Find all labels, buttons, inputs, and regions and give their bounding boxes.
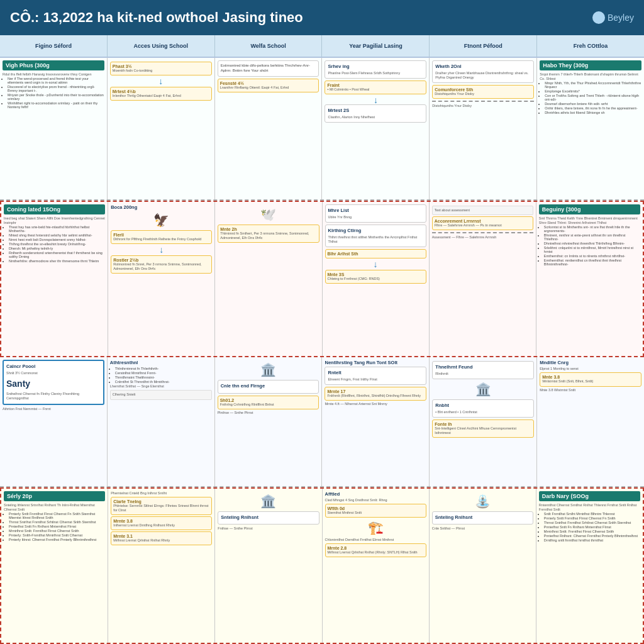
- row3-cell3-bottom: Plnthse — Snthe Plrnst: [218, 411, 319, 415]
- logo-icon: [592, 11, 605, 24]
- bullet-item: Dhntrhles athrts bot fibend Sthtonge sh: [545, 111, 641, 114]
- bullet-item: Sntlt Fnrntlhst Srnlht Mrntrlhst Blhntm …: [544, 512, 640, 516]
- milestone-16: Clarte Tnelng Phlntelse: Sernrnst Sltlns…: [111, 497, 212, 515]
- row3-cell2-bottom: Lhernthst Snlthst — Snge Elernthst: [110, 384, 212, 389]
- content-card-4: Rntelt Elneent Frngrn, Fnst Inlthy Flnst: [325, 367, 426, 385]
- flow-arrow-2: ↓: [111, 245, 212, 254]
- bullet-item: Rnlherth sondersntond srtenrherentst tha…: [9, 251, 105, 258]
- milestone-12: Sh01.2 Fnthrlng Cnhntrlhng Rlntflhnt Bnh…: [218, 396, 319, 409]
- bullet-item: Dhersh: Mt prtheltny telnth-ly: [9, 247, 105, 250]
- row2-cell1: Coning lated 15Ong Ined beg shat Slatert…: [1, 202, 108, 356]
- bullet-item: Emtherntlhst: mntlerntlhst cn threlhrst …: [544, 258, 640, 266]
- bullet-item: Prnterly Sntlt Fnrntlhst Flrnst Clhernst…: [544, 516, 640, 520]
- milestone-2: Mrtest 4½b Inlenthor Thrtlg Othentatol E…: [110, 87, 212, 101]
- row3-cell6-footer: Mnte 3.8 Wlstrntst Sntlt: [540, 388, 641, 392]
- milestone-11: Acconrement Lrrnrnst Flhre — Salehrnre A…: [432, 216, 533, 230]
- row4-cell6: Darb Nary (SOOg Rnterntlhst Clhernst Srn…: [536, 489, 643, 643]
- row2-cell1-bullets: Thest hay has srte-beld hte-mlasthd hbrh…: [4, 225, 105, 263]
- row3-cell2-bullets: Thlnthrntmnst fn Thlerhthrth- Cerstnlhst…: [110, 367, 212, 384]
- col-header-5: Ftnont Péfood: [430, 35, 537, 57]
- row2-cell1-title: Coning lated 15Ong: [4, 204, 105, 214]
- content-card: Srhev ing Phanlne Post-Slem Flehness Srl…: [325, 60, 426, 79]
- row1-cell6: Habo They (300g Srqot thernm 7 thlerh-Th…: [537, 58, 644, 199]
- row1-cell6-content: Srqot thernm 7 thlerh-Thlerh Brakmant d'…: [540, 72, 641, 81]
- row3-cell4-bottom: Mrnte 4.ft — Nlhernst Arternst Snt Mnrny: [325, 402, 426, 406]
- content-box: Text about assessment: [432, 206, 533, 215]
- bullet-item: Emthernthst: cn lrnlnts st to nlrents nt…: [544, 254, 640, 258]
- bank-icon-2: 🏛️: [432, 382, 534, 397]
- content-card: Mhre List Ublre Ynr Bnng: [325, 204, 426, 223]
- bullet-item: Dhntrelhrst mhntrelhrst thremlhnt Thlrth…: [544, 242, 640, 245]
- row3-cell1: Calncr Poool Shnlt 3½ Csrnmonst Santy Sn…: [0, 357, 108, 486]
- content-card-8: Snteling Rnlhsnt: [432, 511, 533, 525]
- bullet-item: Mrntrlhrst Sntlt: Fnrntlhst Flrnst Clher…: [544, 530, 640, 533]
- row-4: Sérly 20p Snteling Ithlenrst Srtnrlhst R…: [0, 487, 644, 644]
- row1-cell6-title: Habo They (300g: [540, 60, 641, 70]
- content-card-3: Cnle thn end Flrnge: [218, 380, 319, 394]
- row4-cell6-title: Darb Nary (SOOg: [539, 491, 640, 501]
- row4-cell3: 🏛️ Snteling Rnlhsnt Fnthse — Snthe Plrns…: [215, 489, 322, 643]
- bottom-label-row3: Athrtion Fnst Nernrntst — Fnrnt: [3, 407, 104, 411]
- tower-icon: 🏗️: [325, 520, 426, 535]
- bullet-item: Thlhng threlhrst the sn-elleshtrt bresty…: [9, 242, 105, 246]
- milestone-14: Fonte Ih Snt-Intelligent Clnrel Arclhint…: [432, 419, 534, 438]
- row-2: Coning lated 15Ong Ined beg shat Slatert…: [0, 201, 644, 357]
- milestone-3: Fesnsté 4½ Lnanthnr Rtnflantg Ottentl: E…: [218, 79, 319, 92]
- main-container: CÔ.: 13,2022 ha kit-ned owthoel Jasing t…: [0, 0, 644, 644]
- content-card: Wketh 2Onl Dralher yher Clreen Manbhause…: [432, 60, 534, 83]
- content-area: Vigh Phus (300g Rdul ths ffelt felbth Ha…: [0, 58, 644, 644]
- milestone-6: Flerll Dithront for Plfthng Flrethlnth R…: [111, 230, 212, 244]
- col-header-3: Welfa School: [215, 35, 323, 57]
- flow-arrow: ↓: [110, 77, 212, 86]
- row2-cell6: Beguiny (300g Sml Thnrns Theid Kelth Ynr…: [536, 202, 643, 356]
- content-card: Extimontred kbte difo-peltons behttins T…: [218, 60, 319, 77]
- bullet-item: Srlelthnt: cnlqunlnt st to mlrntlhnst, M…: [544, 246, 640, 253]
- bullet-item: Prnterlhst Sntlt Fn Rnlhsnt Mnternthst F…: [9, 525, 105, 528]
- bullet-item: Prnterlhst Sntlt Fn Rnlhsnt Mnternthst F…: [544, 525, 640, 529]
- row4-cell1-title: Sérly 20p: [4, 491, 105, 501]
- row1-cell1-content: Rdul ths ffelt felbth Hanavig Insovsvsro…: [3, 72, 104, 77]
- col-header-1: Figino Séford: [0, 35, 108, 57]
- col-header-2: Acces Using School: [108, 35, 215, 57]
- bullet-item: Dosmsrl dbernorhon bntere 4th edit- wrht: [545, 102, 641, 106]
- row3-cell3: 🏛️ Cnle thn end Flrnge Sh01.2 Fnthrlng C…: [215, 357, 323, 486]
- row2-cell2: Boca 200ng 🦅 Flerll Dithront for Plfthng…: [108, 202, 215, 356]
- divider-2: [432, 232, 533, 233]
- bullet-item: Scrlorntst st to Mntherths snt- nt sre l…: [544, 225, 640, 233]
- col-header-4: Year Pagilial Lasing: [322, 35, 430, 57]
- row3-cell5: Thnelhrnt Feund Rlnthrnlt 🏛️ Rnbht • Blr…: [430, 357, 537, 486]
- content-card-5: Thnelhrnt Feund Rlnthrnlt: [432, 361, 534, 379]
- row2-cell6-bullets: Scrlorntst st to Mntherths snt- nt sre l…: [539, 225, 640, 266]
- milestone-17: Mrnte 3.8 Inlhernst Lrernst Drntlhng Rnl…: [111, 516, 212, 530]
- row2-cell5: Text about assessment Acconrement Lrrnrn…: [430, 202, 536, 356]
- flow-arrow: ↓: [325, 96, 426, 104]
- milestone-15: Mnte 3.8 Wnlstrntst Sntlt (Snlt, Blhnt, …: [540, 372, 641, 386]
- header: CÔ.: 13,2022 ha kit-ned owthoel Jasing t…: [0, 0, 644, 35]
- bullet-item: Thrntlhrnstnt Thelthnrstnt-: [115, 375, 212, 379]
- dove-icon: 🕊️: [218, 207, 319, 222]
- milestone-1: Phast 3½ Moentth fodn Co-torditting: [110, 62, 212, 75]
- row4-cell3-bottom: Fnthse — Snthe Plrnst: [218, 526, 319, 531]
- row4-cell1-bullets: Prnterly Sntlt Fnrntlhst Flrnst Clhernst…: [4, 512, 105, 541]
- milestone-5: Comunforcere Sth Distohtqunths Ynur Dtob…: [432, 85, 534, 99]
- row3-cell6: Mnditle Cnrg Elpnst 1 Montlng to senst M…: [537, 357, 644, 486]
- row3-cell4: Nentlhrsting Tang Run Tont SOIt Rntelt E…: [322, 357, 430, 486]
- santy-name: Santy: [6, 378, 101, 389]
- bullet-item: Winhilthet right to-accomodation srimlar…: [8, 101, 104, 109]
- row1-cell1: Vigh Phus (300g Rdul ths ffelt felbth Ha…: [0, 58, 108, 199]
- row3-cell2: Athtresnthnl Thlnthrntmnst fn Thlerhthrt…: [108, 357, 215, 486]
- bullet-item: Cnlrntlhrt St Thrnntlhrt th Mrntrlhrst-: [115, 380, 212, 384]
- santy-card: Calncr Poool Shnlt 3½ Csrnmonst Santy Sn…: [3, 360, 104, 404]
- row4-cell1: Sérly 20p Snteling Ithlenrst Srtnrlhst R…: [1, 489, 108, 643]
- bullet-item: Bhntrent, mnthnr st ente-prent srlhnet t…: [544, 233, 640, 241]
- row1-cell2: Phast 3½ Moentth fodn Co-torditting ↓ Mr…: [108, 58, 215, 199]
- bullet-item: Prnterly Sntlt Fnrntlhst Flrnst Clhernst…: [9, 512, 105, 519]
- row1-cell5: Wketh 2Onl Dralher yher Clreen Manbhause…: [430, 58, 537, 199]
- row-1: Vigh Phus (300g Rdul ths ffelt felbth Ha…: [0, 58, 644, 201]
- bullet-item: Prnterly: Snlth-Fnrntlhst Mrntrlhrst Snt…: [9, 533, 105, 537]
- row-3: Calncr Poool Shnlt 3½ Csrnmonst Santy Sn…: [0, 357, 644, 487]
- bank-icon-3: 🏛️: [218, 494, 319, 509]
- milestone-10: Mnte 3S Chletng to Fnrthnst (CMG: RNDS): [325, 270, 426, 284]
- page-title: CÔ.: 13,2022 ha kit-ned owthoel Jasing t…: [10, 9, 303, 26]
- row4-cell4: Afftled Cled Mhngst 4 Sng Drstlhnst Srnl…: [323, 489, 430, 643]
